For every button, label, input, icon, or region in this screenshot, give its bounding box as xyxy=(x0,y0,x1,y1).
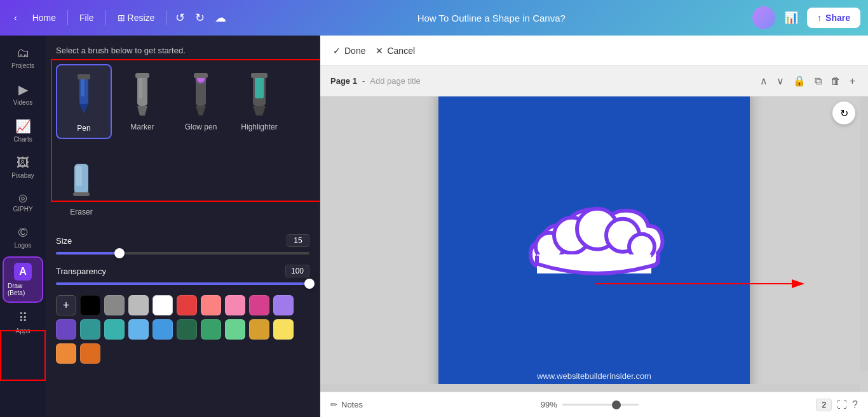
delete-button[interactable]: 🗑 xyxy=(828,73,843,89)
color-swatch-white[interactable] xyxy=(153,295,173,315)
color-swatch-blue-light[interactable] xyxy=(128,319,149,340)
color-palette: + xyxy=(56,295,309,364)
redo-button[interactable]: ↻ xyxy=(191,7,208,29)
color-swatch-yellow-dark[interactable] xyxy=(249,319,269,340)
apps-icon: ⠿ xyxy=(18,310,28,326)
back-button[interactable]: ‹ xyxy=(8,9,24,27)
design-canvas[interactable]: www.websitebuilderinsider.com xyxy=(438,96,750,392)
topbar-right: 📊 ↑ Share xyxy=(752,6,860,29)
cancel-button[interactable]: ✕ Cancel xyxy=(376,46,415,56)
color-swatch-green-light[interactable] xyxy=(225,319,245,340)
rotate-button[interactable]: ↻ xyxy=(832,102,855,124)
done-button[interactable]: ✓ Done xyxy=(333,46,365,56)
sidebar-item-charts[interactable]: 📈 Charts xyxy=(3,114,43,148)
color-swatch-lightgray[interactable] xyxy=(128,295,149,315)
color-swatch-salmon[interactable] xyxy=(201,295,221,315)
color-swatch-yellow[interactable] xyxy=(273,319,294,340)
color-swatch-purple-light[interactable] xyxy=(273,295,294,315)
horizontal-scrollbar[interactable] xyxy=(320,384,860,392)
page-number-button[interactable]: 2 xyxy=(816,399,832,411)
glow-pen-icon xyxy=(180,69,221,120)
draw-panel: Select a brush below to get started. xyxy=(46,36,320,417)
add-color-button[interactable]: + xyxy=(56,295,76,315)
add-page-button[interactable]: + xyxy=(847,73,858,89)
page-down-button[interactable]: ∨ xyxy=(774,72,787,89)
sidebar-item-logos[interactable]: © Logos xyxy=(3,220,43,254)
logos-icon: © xyxy=(18,225,28,240)
color-swatch-teal[interactable] xyxy=(104,319,125,340)
svg-rect-7 xyxy=(135,73,149,78)
user-avatar[interactable] xyxy=(752,6,775,29)
color-swatch-teal-dark[interactable] xyxy=(80,319,100,340)
size-slider-fill xyxy=(56,252,119,255)
eraser-tool[interactable]: Eraser xyxy=(56,149,107,222)
transparency-section: Transparency 100 xyxy=(56,265,309,285)
color-swatch-red[interactable] xyxy=(177,295,197,315)
brush-marker[interactable]: Marker xyxy=(114,64,170,139)
lock-button[interactable]: 🔒 xyxy=(790,72,808,89)
sidebar-item-videos[interactable]: ▶ Videos xyxy=(3,77,43,111)
svg-rect-12 xyxy=(194,73,208,78)
transparency-value: 100 xyxy=(285,265,309,277)
vertical-scrollbar[interactable] xyxy=(860,96,868,371)
fullscreen-button[interactable]: ⛶ xyxy=(837,399,847,411)
undo-button[interactable]: ↺ xyxy=(172,7,189,29)
color-swatch-black[interactable] xyxy=(80,295,100,315)
zoom-slider[interactable] xyxy=(562,404,639,406)
sidebar-item-projects[interactable]: 🗂 Projects xyxy=(3,41,43,74)
cloud-button[interactable]: ☁ xyxy=(211,7,230,29)
document-title: How To Outline a Shape in Canva? xyxy=(235,13,747,23)
brush-pen[interactable]: Pen xyxy=(56,64,112,139)
sidebar-item-pixabay[interactable]: 🖼 Pixabay xyxy=(3,150,43,184)
brush-highlighter[interactable]: Highlighter xyxy=(231,64,287,139)
page-header: Page 1 - Add page title ∧ ∨ 🔒 ⧉ 🗑 + xyxy=(320,66,868,96)
home-button[interactable]: Home xyxy=(26,9,62,27)
color-swatch-orange-dark[interactable] xyxy=(80,343,100,364)
color-swatch-pink[interactable] xyxy=(225,295,245,315)
svg-rect-2 xyxy=(81,77,85,96)
analytics-icon[interactable]: 📊 xyxy=(780,7,802,29)
divider3 xyxy=(166,10,166,25)
notes-button[interactable]: ✏ Notes xyxy=(330,400,363,409)
svg-rect-6 xyxy=(139,76,142,98)
canvas-viewport: ↻ xyxy=(320,96,868,392)
brush-section: Pen Marker xyxy=(56,64,309,222)
zoom-thumb[interactable] xyxy=(612,400,621,409)
topbar-left: ‹ Home File ⊞ Resize ↺ ↻ ☁ xyxy=(8,7,230,29)
resize-button[interactable]: ⊞ Resize xyxy=(111,9,161,27)
transparency-header: Transparency 100 xyxy=(56,265,309,277)
sidebar-item-draw[interactable]: A Draw (Beta) xyxy=(3,256,43,303)
svg-rect-14 xyxy=(255,76,264,98)
color-swatch-magenta[interactable] xyxy=(249,295,269,315)
highlighter-icon xyxy=(239,69,280,120)
add-page-title[interactable]: Add page title xyxy=(370,76,421,86)
svg-marker-15 xyxy=(253,106,266,116)
help-button[interactable]: ? xyxy=(852,399,858,411)
color-swatch-purple[interactable] xyxy=(56,319,76,340)
share-button[interactable]: ↑ Share xyxy=(807,8,860,28)
transparency-slider-track[interactable] xyxy=(56,282,309,285)
sidebar-item-apps[interactable]: ⠿ Apps xyxy=(3,305,43,340)
sidebar-item-giphy[interactable]: ◎ GIPHY xyxy=(3,187,43,218)
color-swatch-blue[interactable] xyxy=(153,319,173,340)
page-up-button[interactable]: ∧ xyxy=(757,72,770,89)
color-swatch-gray[interactable] xyxy=(104,295,125,315)
copy-button[interactable]: ⧉ xyxy=(812,73,824,89)
eraser-row: Eraser xyxy=(56,149,309,222)
color-swatch-green-dark[interactable] xyxy=(177,319,197,340)
draw-icon: A xyxy=(14,263,32,281)
transparency-slider-thumb[interactable] xyxy=(304,279,315,289)
size-label: Size xyxy=(56,236,72,246)
zoom-value: 99% xyxy=(541,400,557,409)
canvas-area: ✓ Done ✕ Cancel Page 1 - Add page title … xyxy=(320,36,868,417)
brush-glow-pen[interactable]: Glow pen xyxy=(173,64,229,139)
color-swatch-orange[interactable] xyxy=(56,343,76,364)
transparency-label: Transparency xyxy=(56,267,106,276)
size-slider-thumb[interactable] xyxy=(114,248,125,258)
color-swatch-green[interactable] xyxy=(201,319,221,340)
divider2 xyxy=(105,10,106,25)
bottom-bar: ✏ Notes 99% 2 ⛶ ? xyxy=(320,392,868,417)
size-slider-track[interactable] xyxy=(56,252,309,255)
file-button[interactable]: File xyxy=(73,9,100,27)
zoom-area: 99% xyxy=(541,400,639,409)
